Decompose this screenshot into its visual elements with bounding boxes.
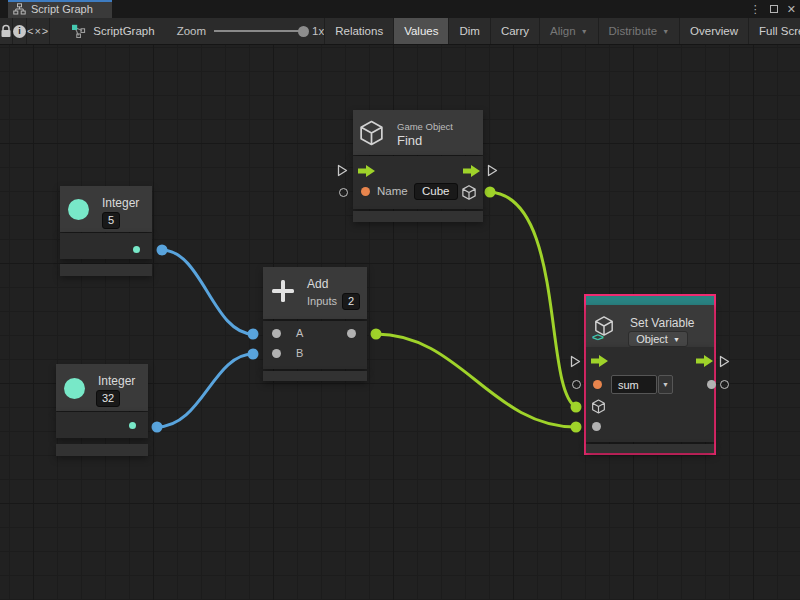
zoom-control: Zoom 1x	[155, 18, 325, 44]
integer-type-icon	[64, 378, 85, 399]
window-controls: ⋮ ✕	[750, 0, 796, 18]
value-input-port[interactable]	[592, 422, 601, 431]
object-input-port-icon[interactable]	[592, 399, 605, 414]
zoom-value: 1x	[312, 25, 324, 37]
wire-endpoint	[485, 187, 496, 198]
control-output-triangle-icon[interactable]	[487, 164, 498, 177]
node-title: Find	[397, 133, 422, 148]
relations-button[interactable]: Relations	[325, 18, 394, 44]
overview-button[interactable]: Overview	[680, 18, 749, 44]
wire-integer32-to-add-b[interactable]	[157, 354, 253, 427]
window-menu-icon[interactable]: ⋮	[750, 0, 761, 18]
chevron-down-icon: ▼	[662, 28, 669, 35]
tab-label: Script Graph	[31, 3, 93, 15]
control-input-arrow-icon[interactable]	[358, 165, 375, 177]
wire-endpoint	[571, 422, 582, 433]
cube-icon	[360, 120, 383, 146]
variable-kind-accent-bar	[586, 296, 714, 305]
value-input-socket[interactable]	[572, 380, 581, 389]
lock-button[interactable]	[0, 18, 13, 44]
plus-icon	[270, 278, 296, 304]
value-input-socket[interactable]	[339, 188, 348, 197]
gameobject-output-icon	[462, 185, 476, 200]
lock-icon	[0, 24, 12, 38]
node-integer-1[interactable]: Integer 5	[60, 186, 152, 280]
control-output-arrow-icon[interactable]	[696, 355, 713, 367]
node-title: Integer	[102, 196, 139, 210]
control-input-triangle-icon[interactable]	[570, 355, 581, 368]
angle-brackets-icon: <>	[592, 331, 603, 343]
wire-endpoint	[571, 402, 582, 413]
info-button[interactable]: i	[13, 18, 27, 44]
variable-name-field[interactable]: sum	[611, 375, 657, 394]
chevron-down-icon: ▼	[581, 28, 588, 35]
variable-name-dropdown-button[interactable]: ▼	[658, 375, 673, 394]
graph-canvas[interactable]: Integer 5 Integer 32	[0, 45, 800, 600]
maximize-icon[interactable]	[770, 5, 778, 13]
wire-integer5-to-add-a[interactable]	[162, 250, 253, 334]
script-graph-icon	[71, 24, 86, 38]
zoom-label: Zoom	[177, 25, 206, 37]
chevron-down-icon: ▼	[673, 336, 680, 343]
value-output-socket[interactable]	[720, 380, 729, 389]
unity-script-graph-window: Script Graph ⋮ ✕ i <×>	[0, 0, 800, 600]
integer-value-field[interactable]: 32	[96, 390, 120, 407]
integer-type-icon	[68, 199, 89, 220]
graph-breadcrumb[interactable]: ScriptGraph	[50, 18, 154, 44]
align-button[interactable]: Align▼	[540, 18, 599, 44]
tab-script-graph[interactable]: Script Graph	[8, 0, 112, 18]
value-output-port[interactable]	[707, 380, 716, 389]
control-input-arrow-icon[interactable]	[591, 355, 608, 367]
node-gameobject-find[interactable]: Game Object Find Name Cube	[353, 110, 483, 222]
control-input-triangle-icon[interactable]	[337, 164, 348, 177]
carry-button[interactable]: Carry	[491, 18, 540, 44]
code-icon: <×>	[27, 25, 49, 37]
wire-endpoint	[157, 245, 168, 256]
node-category: Game Object	[397, 121, 453, 132]
node-title: Set Variable	[630, 316, 694, 330]
tab-focus-highlight	[8, 0, 112, 2]
title-bar: Script Graph ⋮ ✕	[0, 0, 800, 18]
variable-kind-dropdown[interactable]: Object ▼	[628, 331, 688, 347]
full-screen-button[interactable]: Full Screen	[749, 18, 800, 44]
info-icon: i	[13, 25, 26, 38]
inputs-count-field[interactable]: 2	[342, 293, 360, 310]
graph-toolbar: i <×> ScriptGraph Zoom 1x Relations Valu…	[0, 18, 800, 45]
input-port-b[interactable]	[272, 349, 281, 358]
node-title: Integer	[98, 374, 135, 388]
control-output-arrow-icon[interactable]	[463, 165, 480, 177]
input-port-a[interactable]	[272, 329, 281, 338]
dim-button[interactable]: Dim	[449, 18, 490, 44]
node-integer-2[interactable]: Integer 32	[56, 364, 148, 457]
wire-add-to-setvariable-value[interactable]	[376, 334, 576, 427]
distribute-button[interactable]: Distribute▼	[599, 18, 681, 44]
graph-name-label: ScriptGraph	[93, 25, 154, 37]
control-output-triangle-icon[interactable]	[719, 355, 730, 368]
set-variable-icon: <>	[592, 316, 618, 346]
variable-name-port[interactable]	[593, 380, 602, 389]
hierarchy-icon	[13, 3, 26, 15]
port-label-a: A	[296, 327, 303, 339]
name-value-field[interactable]: Cube	[414, 183, 458, 200]
values-button[interactable]: Values	[394, 18, 449, 44]
wire-find-to-setvariable-object[interactable]	[490, 192, 576, 407]
output-port[interactable]	[129, 422, 136, 429]
name-label: Name	[377, 185, 408, 197]
wire-endpoint	[248, 329, 259, 340]
integer-value-field[interactable]: 5	[102, 212, 120, 229]
output-port[interactable]	[133, 246, 140, 253]
node-title: Add	[307, 277, 328, 291]
zoom-slider-knob[interactable]	[298, 26, 309, 37]
close-icon[interactable]: ✕	[787, 0, 796, 18]
sum-output-port[interactable]	[347, 329, 356, 338]
port-label-b: B	[296, 347, 303, 359]
chevron-down-icon: ▼	[662, 381, 669, 388]
wire-endpoint	[248, 349, 259, 360]
inputs-label: Inputs	[307, 295, 337, 307]
name-input-port[interactable]	[361, 187, 370, 196]
zoom-slider[interactable]	[214, 30, 304, 32]
node-add[interactable]: Add Inputs 2 A B	[263, 267, 367, 381]
wire-endpoint	[152, 422, 163, 433]
code-view-button[interactable]: <×>	[27, 18, 50, 44]
node-set-variable-selected[interactable]: <> Set Variable Object ▼	[584, 294, 716, 455]
